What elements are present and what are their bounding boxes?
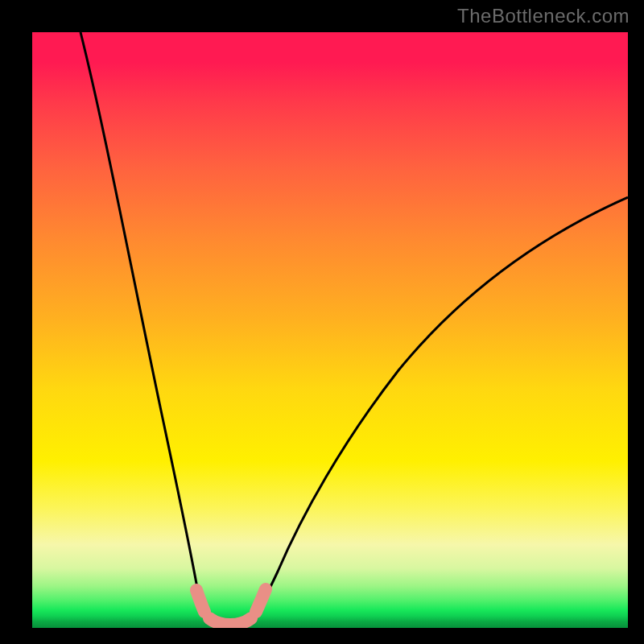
attribution-label: TheBottleneck.com: [457, 5, 630, 27]
plot-area: [32, 32, 628, 628]
marker-band-left: [196, 590, 204, 612]
marker-band-right: [256, 589, 266, 612]
left-curve: [80, 32, 208, 618]
right-curve: [252, 197, 628, 618]
chart-frame: TheBottleneck.com: [0, 0, 644, 644]
marker-band-bottom: [209, 618, 251, 625]
curve-overlay: [32, 32, 628, 628]
